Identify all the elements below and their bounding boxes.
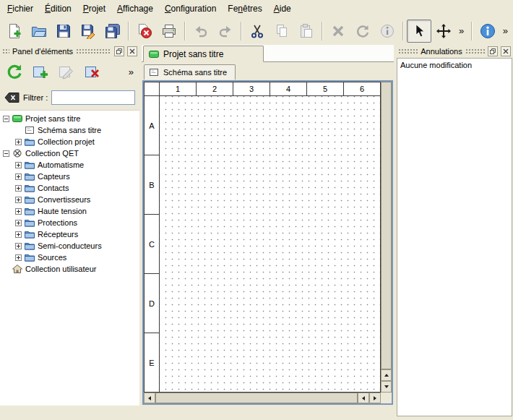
tree-item-convertisseurs[interactable]: Convertisseurs [0, 194, 139, 205]
tree-item-collection-qet[interactable]: Collection QET [0, 147, 139, 159]
expand-icon[interactable] [15, 220, 22, 226]
tree-item-sources[interactable]: Sources [0, 252, 139, 263]
menu-configuration[interactable]: Configuration [159, 0, 222, 17]
tree-item-automatisme[interactable]: Automatisme [0, 159, 139, 171]
redo-button[interactable] [213, 20, 238, 43]
scroll-right-button[interactable] [369, 393, 381, 403]
schema-tab-label: Schéma sans titre [163, 68, 227, 77]
expand-icon[interactable] [15, 173, 22, 180]
workspace: Projet sans titre Schéma sans titre 1 2 … [142, 45, 394, 406]
horizontal-scrollbar[interactable] [144, 393, 381, 403]
menu-aide[interactable]: Aide [268, 0, 297, 17]
tree-item-collection-utilisateur[interactable]: Collection utilisateur [0, 263, 139, 275]
close-file-button[interactable] [132, 20, 157, 43]
float-panel-button[interactable] [488, 46, 498, 56]
horizontal-scrollbar-thumb[interactable] [155, 393, 358, 403]
dock-grip[interactable] [76, 48, 111, 54]
expand-icon[interactable] [15, 162, 22, 168]
scroll-left-button[interactable] [144, 393, 155, 403]
schema-sheet: 1 2 3 4 5 6 A B C D E [144, 82, 381, 393]
element-info-button[interactable] [375, 20, 400, 43]
row-label: A [145, 96, 159, 155]
tree-item-capteurs[interactable]: Capteurs [0, 171, 139, 182]
undo-list[interactable]: Aucune modification [397, 58, 512, 416]
elements-panel-header[interactable]: Panel d'éléments [0, 45, 139, 58]
close-file-icon [137, 23, 152, 39]
undo-panel-header[interactable]: Annulations [396, 45, 513, 58]
expand-icon[interactable] [15, 231, 22, 238]
expand-icon[interactable] [15, 197, 22, 203]
vertical-scrollbar-thumb[interactable] [381, 82, 392, 369]
tree-item-semi-conducteurs[interactable]: Semi-conducteurs [0, 240, 139, 252]
menu-affichage[interactable]: Affichage [111, 0, 159, 17]
toolbar-overflow-button[interactable]: » [456, 25, 467, 36]
tree-item-schema-sans-titre[interactable]: Schéma sans titre [0, 124, 139, 136]
copy-button[interactable] [270, 20, 294, 43]
tab-projet-sans-titre[interactable]: Projet sans titre [143, 46, 264, 62]
pan-mode-button[interactable] [431, 20, 456, 43]
tree-item-contacts[interactable]: Contacts [0, 182, 139, 194]
float-panel-button[interactable] [114, 46, 124, 56]
tree-item-label: Schéma sans titre [38, 126, 101, 134]
reload-collections-button[interactable] [3, 60, 26, 83]
drawing-grid[interactable] [160, 96, 380, 392]
about-button[interactable] [475, 20, 500, 43]
new-element-button[interactable] [29, 60, 52, 83]
tree-item-recepteurs[interactable]: Récepteurs [0, 228, 139, 240]
delete-button[interactable] [326, 20, 350, 43]
edit-element-button[interactable] [55, 60, 78, 83]
save-all-button[interactable] [100, 20, 125, 43]
tree-item-haute-tension[interactable]: Haute tension [0, 205, 139, 217]
help-toolbar-overflow-button[interactable]: » [500, 25, 511, 36]
close-panel-button[interactable] [501, 46, 511, 56]
cut-button[interactable] [245, 20, 270, 43]
new-file-button[interactable] [2, 20, 27, 43]
expand-icon[interactable] [15, 139, 22, 145]
tree-item-label: Collection projet [38, 137, 95, 146]
delete-element-button[interactable] [81, 60, 104, 83]
expand-icon[interactable] [15, 254, 22, 261]
save-button[interactable] [51, 20, 76, 43]
dock-grip[interactable] [2, 48, 9, 54]
rotate-button[interactable] [350, 20, 375, 43]
panel-toolbar-overflow-button[interactable]: » [126, 67, 137, 77]
tree-item-label: Sources [38, 253, 66, 262]
tree-item-collection-projet[interactable]: Collection projet [0, 136, 139, 147]
menu-fenetres[interactable]: Fenêtres [222, 0, 267, 17]
expand-icon[interactable] [15, 243, 22, 249]
collapse-icon[interactable] [3, 150, 9, 157]
select-mode-button[interactable] [407, 20, 431, 43]
paste-button[interactable] [294, 20, 319, 43]
save-as-button[interactable] [76, 20, 100, 43]
vertical-scrollbar[interactable] [381, 82, 392, 393]
dock-grip[interactable] [465, 48, 485, 54]
elements-panel-toolbar: » [0, 58, 139, 85]
copy-icon [274, 23, 290, 39]
tree-item-label: Collection QET [25, 149, 79, 158]
scroll-left-button-2[interactable] [358, 393, 369, 403]
scroll-down-button[interactable] [381, 381, 392, 393]
undo-panel: Annulations Aucune modification [396, 45, 513, 417]
menu-fichier[interactable]: Fichier [1, 0, 39, 17]
menu-projet[interactable]: Projet [77, 0, 111, 17]
folder-icon [25, 195, 35, 204]
up-arrow-icon [384, 374, 389, 377]
column-label: 4 [270, 82, 307, 95]
tree-item-projet-sans-titre[interactable]: Projet sans titre [0, 113, 139, 124]
collapse-icon[interactable] [3, 116, 9, 122]
folder-icon [25, 253, 35, 262]
undo-button[interactable] [189, 20, 213, 43]
expand-icon[interactable] [15, 208, 22, 215]
expand-icon[interactable] [15, 185, 22, 192]
info-icon [379, 23, 395, 39]
scroll-up-button[interactable] [381, 369, 392, 381]
tab-schema-sans-titre[interactable]: Schéma sans titre [144, 64, 236, 80]
print-button[interactable] [157, 20, 181, 43]
dock-grip[interactable] [398, 48, 418, 54]
open-file-button[interactable] [27, 20, 51, 43]
clear-filter-button[interactable] [4, 92, 20, 103]
tree-item-protections[interactable]: Protections [0, 217, 139, 228]
close-panel-button[interactable] [127, 46, 137, 56]
filter-input[interactable] [51, 90, 135, 105]
menu-edition[interactable]: Édition [39, 0, 77, 17]
